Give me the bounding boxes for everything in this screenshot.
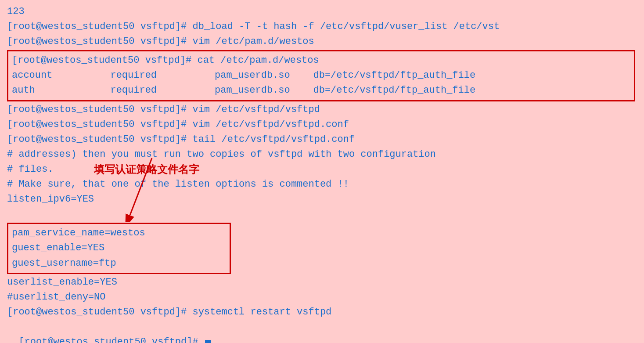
line-21: [root@westos_student50 vsftpd]# systemct…: [7, 305, 637, 320]
line-12: # Make sure, that one of the listen opti…: [7, 177, 637, 192]
line-8: [root@westos_student50 vsftpd]# vim /etc…: [7, 117, 637, 132]
terminal-cursor: [205, 340, 211, 343]
line-11-prefix: # files.: [7, 162, 94, 177]
line-14-blank: [7, 207, 637, 222]
box2-line1: pam_service_name=westos: [12, 226, 226, 241]
annotation-arrow: [117, 145, 205, 222]
line-1: 123: [7, 4, 637, 19]
line-2: [root@westos_student50 vsftpd]# db_load …: [7, 19, 637, 34]
line-13: listen_ipv6=YES: [7, 192, 637, 207]
line-7: [root@westos_student50 vsftpd]# vim /etc…: [7, 102, 637, 117]
line-22: [root@westos_student50 vsftpd]#: [7, 320, 637, 343]
svg-line-1: [130, 158, 152, 215]
box1-line2: account required pam_userdb.so db=/etc/v…: [12, 68, 630, 83]
line-3: [root@westos_student50 vsftpd]# vim /etc…: [7, 34, 637, 49]
box1-line1: [root@westos_student50 vsftpd]# cat /etc…: [12, 53, 630, 68]
line-19: userlist_enable=YES: [7, 275, 637, 290]
box2-line3: guest_username=ftp: [12, 256, 226, 271]
line-9: [root@westos_student50 vsftpd]# tail /et…: [7, 132, 637, 147]
line-10: # addresses) then you must run two copie…: [7, 147, 637, 162]
box2-line2: guest_enable=YES: [12, 241, 226, 256]
line-20: #userlist_deny=NO: [7, 290, 637, 305]
box1-line3: auth required pam_userdb.so db=/etc/vsft…: [12, 83, 630, 98]
